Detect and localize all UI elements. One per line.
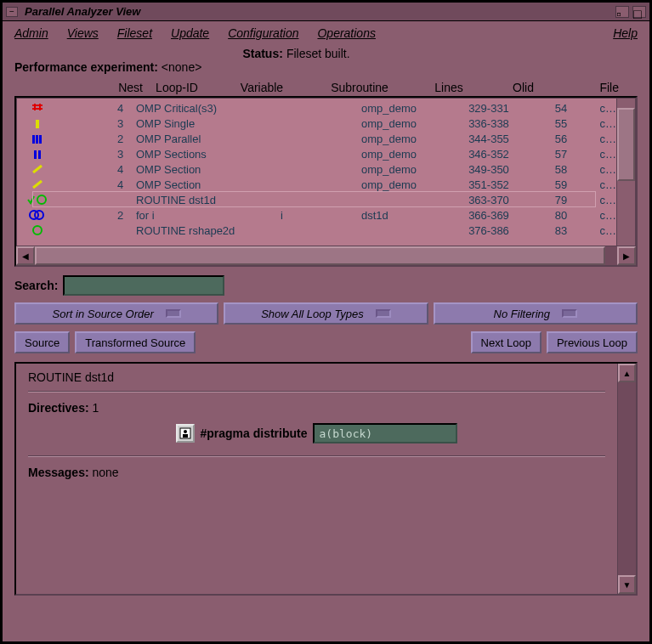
hscroll-thumb[interactable] bbox=[35, 246, 605, 265]
menu-views[interactable]: Views bbox=[67, 26, 99, 40]
table-row[interactable]: 3 OMP Sectionsomp_demo346-35257c… bbox=[17, 146, 616, 161]
title-bar[interactable]: − Parallel Analyzer View ▫ □ bbox=[3, 3, 649, 21]
table-row[interactable]: 4 OMP Sectionomp_demo349-35058c… bbox=[17, 161, 616, 177]
col-variable: Variable bbox=[211, 81, 313, 94]
yellow-bar-icon bbox=[26, 118, 49, 128]
cell-nest: 3 bbox=[49, 148, 136, 161]
dropdown-indicator-icon bbox=[376, 309, 391, 318]
directives-label: Directives: bbox=[28, 401, 89, 415]
loop-types-dropdown[interactable]: Show All Loop Types bbox=[224, 302, 428, 325]
detail-pane: ROUTINE dst1d Directives: 1 #pragma dist… bbox=[14, 362, 638, 596]
window-title: Parallel Analyzer View bbox=[25, 5, 612, 18]
cell-olid: 55 bbox=[531, 117, 591, 130]
cell-loopid: ROUTINE rshape2d bbox=[136, 224, 281, 237]
table-row[interactable]: 2for iidst1d366-36980c… bbox=[17, 207, 616, 223]
svg-rect-7 bbox=[39, 135, 42, 144]
svg-rect-6 bbox=[36, 135, 38, 144]
table-rows: 4 OMP Critical(s3)omp_demo329-33154c…3 O… bbox=[17, 99, 616, 246]
menu-operations[interactable]: Operations bbox=[317, 26, 375, 40]
cell-loopid: ROUTINE dst1d bbox=[136, 194, 281, 206]
scroll-up-icon[interactable]: ▲ bbox=[618, 364, 636, 382]
scroll-thumb[interactable] bbox=[617, 108, 635, 182]
svg-rect-5 bbox=[32, 135, 35, 144]
cell-olid: 80 bbox=[531, 209, 591, 222]
cell-nest: 4 bbox=[49, 102, 136, 115]
scroll-left-icon[interactable]: ◀ bbox=[16, 246, 35, 265]
filter-dropdown[interactable]: No Filtering bbox=[434, 302, 638, 325]
cell-loopid: OMP Single bbox=[136, 117, 281, 130]
cell-lines: 344-355 bbox=[446, 133, 531, 145]
menu-help[interactable]: Help bbox=[613, 26, 638, 40]
column-headers: Nest Loop-ID Variable Subroutine Lines O… bbox=[3, 81, 649, 96]
previous-loop-button[interactable]: Previous Loop bbox=[547, 331, 638, 353]
table-row[interactable]: ROUTINE dst1d363-37079c… bbox=[17, 192, 616, 207]
button-row: Source Transformed Source Next Loop Prev… bbox=[3, 331, 649, 362]
search-row: Search: bbox=[3, 267, 649, 302]
search-input[interactable] bbox=[63, 275, 224, 296]
svg-rect-18 bbox=[183, 434, 188, 438]
green-check-circle-icon bbox=[26, 195, 49, 205]
table-row[interactable]: 4 OMP Sectionomp_demo351-35259c… bbox=[17, 177, 616, 192]
cell-lines: 349-350 bbox=[446, 163, 531, 176]
pragma-icon-button[interactable] bbox=[176, 424, 195, 443]
cell-file: c… bbox=[591, 209, 616, 222]
scroll-down-icon[interactable]: ▼ bbox=[618, 575, 636, 594]
table-row[interactable]: 4 OMP Critical(s3)omp_demo329-33154c… bbox=[17, 100, 616, 116]
cell-loopid: for i bbox=[136, 209, 281, 222]
cell-subroutine: dst1d bbox=[361, 209, 446, 222]
cell-file: c… bbox=[591, 178, 616, 191]
search-label: Search: bbox=[14, 279, 58, 292]
cell-subroutine: omp_demo bbox=[361, 178, 446, 191]
perf-label: Performance experiment: bbox=[14, 60, 158, 74]
dropdown-indicator-icon bbox=[562, 309, 577, 318]
cell-nest bbox=[49, 224, 136, 237]
table-row[interactable]: 3 OMP Singleomp_demo336-33855c… bbox=[17, 116, 616, 131]
cell-subroutine: omp_demo bbox=[361, 117, 446, 130]
cell-lines: 329-331 bbox=[446, 102, 531, 115]
blue-pause-icon bbox=[26, 149, 49, 159]
cell-nest: 2 bbox=[49, 209, 136, 222]
cell-lines: 363-370 bbox=[446, 194, 531, 206]
cell-loopid: OMP Sections bbox=[136, 148, 281, 161]
vertical-scrollbar[interactable] bbox=[616, 99, 635, 246]
green-circle-icon bbox=[26, 225, 49, 235]
cell-lines: 346-352 bbox=[446, 148, 531, 161]
svg-rect-8 bbox=[34, 150, 37, 159]
table-row[interactable]: ROUTINE rshape2d376-38683c… bbox=[17, 223, 616, 238]
menu-fileset[interactable]: Fileset bbox=[117, 26, 152, 40]
menu-admin[interactable]: Admin bbox=[14, 26, 48, 40]
cell-file: c… bbox=[591, 117, 616, 130]
cell-loopid: OMP Section bbox=[136, 178, 281, 191]
scroll-right-icon[interactable]: ▶ bbox=[617, 246, 636, 265]
source-button[interactable]: Source bbox=[14, 331, 70, 353]
cell-loopid: OMP Parallel bbox=[136, 133, 281, 145]
minimize-button[interactable]: ▫ bbox=[615, 6, 629, 18]
pragma-label: #pragma distribute bbox=[200, 427, 307, 440]
detail-scrollbar[interactable]: ▲ ▼ bbox=[617, 364, 636, 594]
svg-rect-4 bbox=[36, 120, 39, 128]
cell-lines: 376-386 bbox=[446, 224, 531, 237]
menu-configuration[interactable]: Configuration bbox=[228, 26, 298, 40]
loop-table: 4 OMP Critical(s3)omp_demo329-33154c…3 O… bbox=[14, 96, 638, 267]
cell-file: c… bbox=[591, 133, 616, 145]
next-loop-button[interactable]: Next Loop bbox=[471, 331, 541, 353]
window-menu-button[interactable]: − bbox=[6, 7, 18, 17]
cell-lines: 336-338 bbox=[446, 117, 531, 130]
dropdown-indicator-icon bbox=[166, 309, 181, 318]
cell-olid: 54 bbox=[531, 102, 591, 115]
yellow-slash-icon bbox=[26, 164, 49, 174]
cell-variable: i bbox=[281, 209, 361, 222]
sort-dropdown[interactable]: Sort in Source Order bbox=[14, 302, 218, 325]
cell-olid: 59 bbox=[531, 178, 591, 191]
col-nest: Nest bbox=[28, 81, 143, 94]
col-lines: Lines bbox=[406, 81, 491, 94]
blue-bars-icon bbox=[26, 133, 49, 144]
menu-update[interactable]: Update bbox=[171, 26, 209, 40]
cell-olid: 83 bbox=[531, 224, 591, 237]
table-row[interactable]: 2OMP Parallelomp_demo344-35556c… bbox=[17, 131, 616, 146]
transformed-source-button[interactable]: Transformed Source bbox=[75, 331, 196, 353]
status-label: Status: bbox=[242, 47, 282, 60]
horizontal-scrollbar[interactable]: ◀ ▶ bbox=[16, 246, 636, 265]
maximize-button[interactable]: □ bbox=[632, 6, 646, 18]
cell-file: c… bbox=[591, 102, 616, 115]
